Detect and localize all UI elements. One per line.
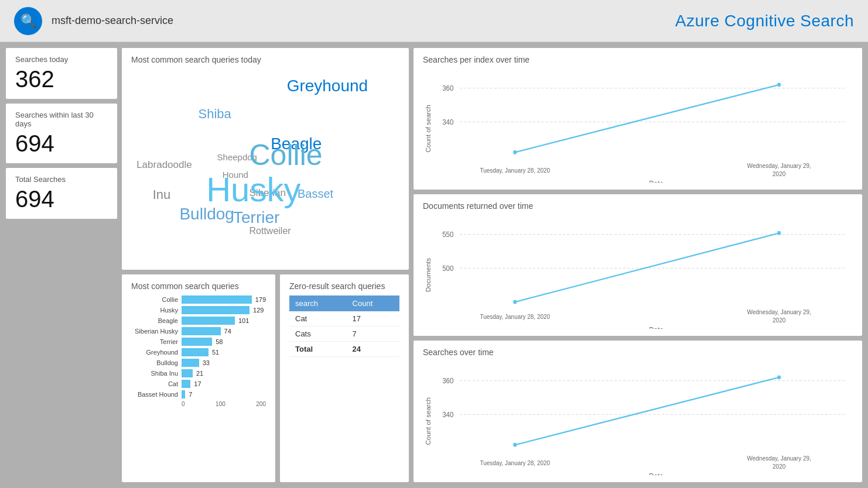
svg-text:Documents: Documents <box>425 257 431 292</box>
bar-label: Husky <box>131 307 178 314</box>
service-name: msft-demo-search-service <box>52 15 173 27</box>
documents-returned-chart: 550 500 Tuesday, January 28, 2020 Wednes… <box>423 214 853 329</box>
bar-fill <box>182 317 235 325</box>
word-cloud-word: Bulldog <box>179 205 234 224</box>
table-row: Cat17 <box>289 311 399 327</box>
svg-text:Wednesday, January 29,: Wednesday, January 29, <box>747 162 811 169</box>
bar-fill <box>182 380 190 388</box>
bar-fill <box>182 306 250 314</box>
svg-text:Date: Date <box>649 325 664 329</box>
table-cell-search: Cat <box>289 311 347 327</box>
bar-label: Bulldog <box>131 359 178 366</box>
col-count: Count <box>347 295 399 311</box>
bar-value: 51 <box>212 349 219 356</box>
word-cloud-word: Labradoodle <box>136 159 192 171</box>
main-content: Searches today 362 Searches within last … <box>0 42 868 488</box>
bar-row: Shiba Inu21 <box>131 369 266 377</box>
word-cloud-word: Rottweiler <box>250 226 291 236</box>
bar-value: 58 <box>216 338 223 345</box>
axis-label: 200 <box>256 401 266 407</box>
left-column: Searches today 362 Searches within last … <box>6 48 117 482</box>
bar-label: Shiba Inu <box>131 370 178 377</box>
svg-point-16 <box>777 231 781 235</box>
svg-text:2020: 2020 <box>773 317 785 324</box>
word-cloud: GreyhoundBeagleShibaSheepdogHoundLabrado… <box>131 68 399 243</box>
middle-column: Most common search queries today Greyhou… <box>122 48 409 482</box>
searches-over-time-card: Searches over time 360 340 Tuesday, Janu… <box>414 341 862 482</box>
bar-label: Collie <box>131 296 178 303</box>
logo-icon: 🔍 <box>14 7 42 35</box>
header-left: 🔍 msft-demo-search-service <box>14 7 173 35</box>
svg-text:550: 550 <box>442 231 453 239</box>
bar-chart-title: Most common search queries <box>131 281 266 291</box>
table-row: Cats7 <box>289 327 399 342</box>
bar-value: 74 <box>224 328 231 335</box>
svg-text:Count of search: Count of search <box>425 105 431 152</box>
word-cloud-word: Greyhound <box>287 77 368 95</box>
word-cloud-word: Terrier <box>233 208 279 227</box>
word-cloud-title: Most common search queries today <box>131 55 399 64</box>
axis-label: 100 <box>216 401 225 407</box>
zero-result-table: search Count Cat17Cats7Total24 <box>289 295 399 357</box>
bar-row: Greyhound51 <box>131 348 266 356</box>
bar-axis: 0100200 <box>131 401 266 407</box>
searches-30d-label: Searches within last 30 days <box>15 111 108 128</box>
bar-fill <box>182 369 193 377</box>
svg-point-15 <box>513 300 517 304</box>
svg-text:2020: 2020 <box>773 170 785 177</box>
total-searches-value: 694 <box>15 186 108 212</box>
bar-fill <box>182 390 185 398</box>
bar-row: Beagle101 <box>131 317 266 325</box>
bar-fill <box>182 327 221 335</box>
word-cloud-word: Collie <box>250 138 323 172</box>
svg-text:500: 500 <box>442 264 453 273</box>
zero-result-title: Zero-result search queries <box>289 281 399 291</box>
searches-today-card: Searches today 362 <box>6 48 117 99</box>
searches-today-label: Searches today <box>15 55 108 64</box>
bar-row: Siberian Husky74 <box>131 327 266 335</box>
bottom-row: Most common search queries Collie179Husk… <box>122 274 409 482</box>
brand-title: Azure Cognitive Search <box>675 12 854 30</box>
axis-label: 0 <box>182 401 185 407</box>
documents-returned-card: Documents returned over time 550 500 Tue… <box>414 194 862 336</box>
bar-row: Terrier58 <box>131 338 266 346</box>
svg-text:2020: 2020 <box>773 463 785 470</box>
zero-result-table-card: Zero-result search queries search Count … <box>280 274 409 482</box>
bar-label: Basset Hound <box>131 391 178 398</box>
svg-text:Wednesday, January 29,: Wednesday, January 29, <box>747 308 811 315</box>
searches-per-index-title: Searches per index over time <box>423 55 853 64</box>
bar-row: Cat17 <box>131 380 266 388</box>
bar-value: 7 <box>189 391 192 398</box>
svg-point-26 <box>513 443 517 447</box>
svg-text:360: 360 <box>442 84 453 93</box>
svg-text:Wednesday, January 29,: Wednesday, January 29, <box>747 455 811 462</box>
table-cell-count: 7 <box>347 327 399 342</box>
svg-point-5 <box>777 83 781 87</box>
svg-text:Date: Date <box>649 179 664 183</box>
svg-text:340: 340 <box>442 410 453 419</box>
total-label: Total <box>289 342 347 357</box>
documents-returned-title: Documents returned over time <box>423 201 853 211</box>
svg-point-27 <box>777 375 781 379</box>
total-searches-label: Total Searches <box>15 175 108 184</box>
table-cell-count: 17 <box>347 311 399 327</box>
bar-value: 101 <box>238 317 249 324</box>
word-cloud-word: Husky <box>206 170 300 209</box>
bar-label: Beagle <box>131 317 178 324</box>
svg-text:Tuesday, January 28, 2020: Tuesday, January 28, 2020 <box>480 167 551 174</box>
bar-chart: Collie179Husky129Beagle101Siberian Husky… <box>131 295 266 398</box>
searches-over-time-chart: 360 340 Tuesday, January 28, 2020 Wednes… <box>423 360 853 475</box>
bar-value: 21 <box>196 370 203 377</box>
col-search: search <box>289 295 347 311</box>
bar-fill <box>182 295 252 304</box>
searches-per-index-chart: 360 340 Tuesday, January 28, 2020 Wednes… <box>423 68 853 183</box>
svg-text:360: 360 <box>442 377 453 386</box>
total-value: 24 <box>347 342 399 357</box>
bar-label: Greyhound <box>131 349 178 356</box>
bar-row: Husky129 <box>131 306 266 314</box>
bar-row: Basset Hound7 <box>131 390 266 398</box>
word-cloud-card: Most common search queries today Greyhou… <box>122 48 409 270</box>
bar-label: Siberian Husky <box>131 328 178 335</box>
bar-value: 179 <box>255 296 266 303</box>
searches-today-value: 362 <box>15 66 108 92</box>
